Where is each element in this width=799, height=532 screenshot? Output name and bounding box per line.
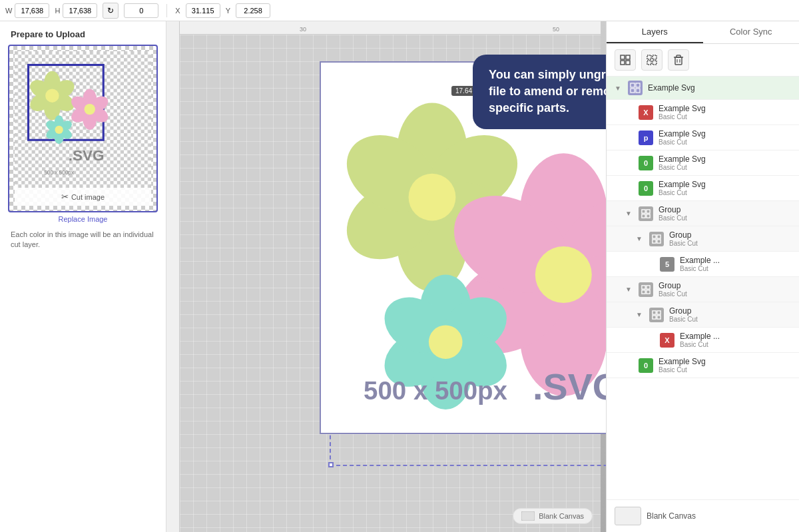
svg-rect-59 [647, 61, 651, 65]
svg-rect-72 [642, 214, 645, 217]
layer-icon-2: p [639, 131, 653, 145]
blank-canvas-thumb [615, 507, 641, 525]
layer-item-6[interactable]: X Example ... Basic Cut [607, 328, 799, 353]
layer-text-g3: Group Basic Cut [659, 281, 791, 298]
rotate-btn[interactable]: ↻ [103, 3, 119, 19]
layer-text-7: Example Svg Basic Cut [659, 357, 791, 374]
layer-text-g1: Group Basic Cut [659, 205, 791, 222]
tab-layers[interactable]: Layers [607, 21, 703, 43]
layer-icon-7: 0 [639, 358, 653, 373]
svg-text:.SVG: .SVG [533, 366, 606, 407]
upload-preview-inner: .SVG 500 x 500px ✂ Cut image [9, 46, 156, 211]
layer-text-3: Example Svg Basic Cut [659, 154, 791, 171]
y-input[interactable] [236, 3, 270, 18]
svg-rect-70 [642, 209, 645, 212]
layer-item-2[interactable]: p Example Svg Basic Cut [607, 125, 799, 150]
svg-rect-82 [653, 310, 656, 314]
width-group: W [5, 3, 49, 18]
layer-icon-4: 0 [639, 181, 653, 196]
svg-rect-85 [657, 315, 661, 318]
svg-rect-54 [626, 55, 630, 59]
tooltip-text: You can simply ungroup the file to amend… [489, 68, 606, 115]
layer-text-5: Example ... Basic Cut [680, 256, 791, 272]
x-input[interactable] [186, 3, 220, 18]
svg-point-49 [429, 325, 463, 359]
svg-rect-56 [626, 61, 630, 65]
panel-toolbar [607, 44, 799, 77]
canvas-area[interactable]: 30 50 [166, 21, 606, 532]
svg-rect-76 [653, 239, 656, 242]
ruler-mark-30: 30 [300, 26, 306, 33]
upload-preview-container: .SVG 500 x 500px ✂ Cut image [8, 45, 158, 212]
layer-item-top[interactable]: ▼ Example Svg [607, 77, 799, 100]
toolbar: W H ↻ X Y [0, 0, 799, 21]
svg-text:500 x 500px: 500 x 500px [44, 170, 74, 176]
w-label: W [5, 7, 12, 15]
svg-point-11 [45, 89, 59, 103]
layer-text-4: Example Svg Basic Cut [659, 180, 791, 196]
trash-icon [674, 55, 683, 65]
svg-rect-71 [647, 209, 650, 212]
layer-item-5[interactable]: 5 Example ... Basic Cut [607, 252, 799, 277]
layer-icon-top [628, 81, 643, 95]
blank-canvas-bottom: Blank Canvas [607, 499, 799, 532]
layer-item-1[interactable]: X Example Svg Basic Cut [607, 100, 799, 125]
right-panel: Layers Color Sync [606, 21, 799, 532]
svg-text:.SVG: .SVG [69, 147, 105, 164]
layer-icon-3: 0 [639, 156, 653, 170]
layer-item-g2[interactable]: ▼ Group Basic Cut [607, 226, 799, 252]
svg-rect-77 [657, 239, 661, 242]
svg-rect-63 [676, 55, 680, 57]
layer-item-g3[interactable]: ▼ Group Basic Cut [607, 277, 799, 302]
layer-text-2: Example Svg Basic Cut [659, 129, 791, 146]
panel-tabs: Layers Color Sync [607, 21, 799, 44]
layer-icon-g2 [649, 232, 664, 246]
delete-btn[interactable] [668, 49, 689, 71]
cut-image-btn[interactable]: ✂ Cut image [15, 188, 151, 206]
group-btn[interactable] [615, 49, 636, 71]
height-group: H [55, 3, 97, 18]
height-input[interactable] [63, 3, 97, 18]
layer-text-g4: Group Basic Cut [669, 306, 791, 323]
svg-rect-69 [636, 89, 640, 93]
svg-rect-81 [647, 290, 650, 293]
ruler-mark-50: 50 [553, 26, 559, 33]
tooltip-bubble: You can simply ungroup the file to amend… [473, 55, 606, 129]
svg-rect-79 [647, 285, 650, 288]
svg-point-18 [85, 104, 95, 115]
rotate-input[interactable] [124, 3, 158, 18]
svg-rect-67 [636, 83, 640, 87]
layer-text-6: Example ... Basic Cut [680, 332, 791, 348]
replace-image-link[interactable]: Replace Image [0, 212, 166, 226]
layer-item-g1[interactable]: ▼ Group Basic Cut [607, 201, 799, 226]
layer-list: ▼ Example Svg X Example Svg Basic Cut [607, 77, 799, 499]
layer-item-4[interactable]: 0 Example Svg Basic Cut [607, 176, 799, 201]
layer-item-7[interactable]: 0 Example Svg Basic Cut [607, 353, 799, 378]
ungroup-btn[interactable] [641, 49, 663, 71]
width-input[interactable] [15, 3, 49, 18]
svg-rect-53 [621, 55, 625, 59]
svg-rect-75 [657, 234, 661, 238]
blank-canvas-label-right: Blank Canvas [647, 511, 696, 521]
layer-icon-6: X [660, 333, 674, 348]
prepare-title: Prepare to Upload [0, 21, 166, 45]
handle-bl[interactable] [328, 462, 334, 467]
svg-rect-73 [647, 214, 650, 217]
layer-icon-5: 5 [660, 257, 674, 272]
layer-text-g2: Group Basic Cut [669, 230, 791, 247]
left-panel: Prepare to Upload [0, 21, 166, 532]
ruler-horizontal: 30 50 [166, 21, 606, 35]
canvas-thumbnail-icon [521, 511, 535, 521]
expand-icon-g1: ▼ [625, 210, 633, 217]
layer-icon-1: X [639, 105, 653, 120]
svg-rect-84 [653, 315, 656, 318]
blank-canvas-pill[interactable]: Blank Canvas [513, 508, 593, 524]
layer-item-3[interactable]: 0 Example Svg Basic Cut [607, 150, 799, 176]
tab-color-sync[interactable]: Color Sync [703, 21, 800, 43]
group-icon [620, 55, 631, 65]
layer-item-g4[interactable]: ▼ Group Basic Cut [607, 302, 799, 328]
svg-point-35 [409, 174, 456, 221]
left-panel-description: Each color in this image will be an indi… [0, 226, 166, 258]
svg-rect-60 [653, 61, 657, 65]
expand-icon-g4: ▼ [636, 311, 644, 318]
